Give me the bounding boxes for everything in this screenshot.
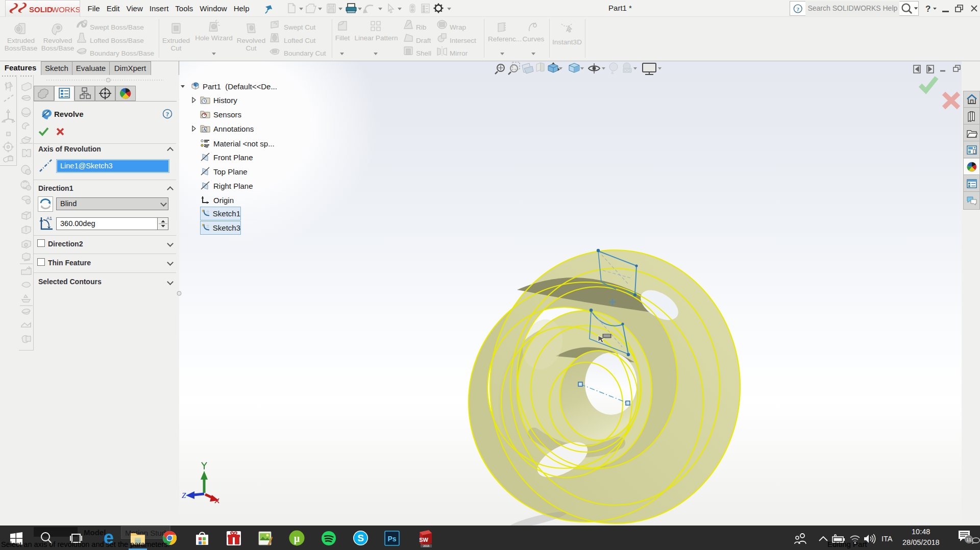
svg-text:S: S (357, 533, 364, 543)
svg-text:?: ? (796, 6, 799, 12)
svg-text:µ: µ (294, 533, 300, 544)
svg-text:2016: 2016 (423, 544, 429, 547)
svg-text:SW: SW (419, 537, 428, 543)
svg-text:A: A (203, 127, 206, 132)
svg-text:A1: A1 (46, 216, 52, 221)
svg-text:11: 11 (966, 537, 971, 542)
svg-text:Ps: Ps (387, 535, 396, 543)
svg-text:Z: Z (182, 491, 186, 499)
svg-text:?: ? (925, 4, 930, 14)
svg-text:WORKS: WORKS (52, 5, 80, 14)
svg-text:?: ? (166, 110, 169, 118)
svg-text:SOLID: SOLID (29, 5, 53, 14)
